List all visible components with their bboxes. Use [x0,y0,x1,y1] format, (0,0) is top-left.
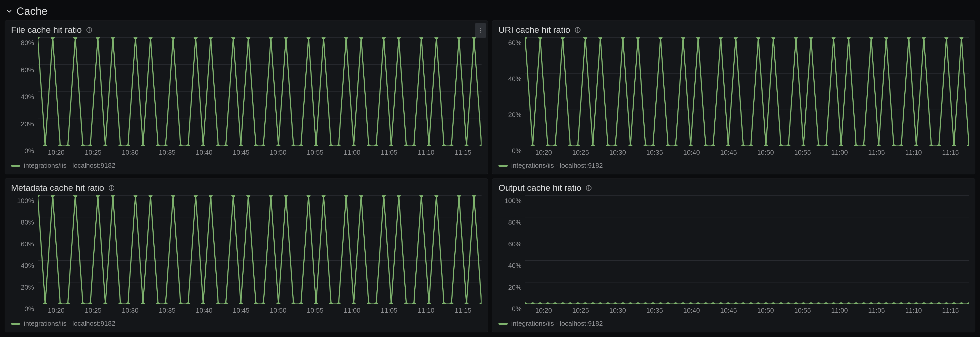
x-tick: 10:40 [186,307,223,315]
y-tick: 80% [498,218,522,226]
svg-point-134 [944,37,948,39]
y-tick: 60% [498,39,522,47]
legend-label: integrations/iis - localhost:9182 [511,161,603,169]
svg-point-15 [66,144,70,146]
svg-point-112 [779,144,783,146]
svg-point-82 [553,144,557,146]
panel-uri-cache[interactable]: URI cache hit ratio60%40%20%0%10:2010:25… [492,21,975,174]
x-tick: 10:20 [38,307,75,315]
y-axis: 60%40%20%0% [498,37,525,157]
svg-point-268 [914,302,918,304]
svg-point-41 [261,144,266,146]
x-tick: 11:05 [371,307,407,315]
svg-point-30 [179,144,183,146]
svg-point-183 [306,195,310,197]
y-tick: 40% [11,93,34,101]
svg-point-153 [81,302,85,304]
chart-legend[interactable]: integrations/iis - localhost:9182 [5,158,488,174]
svg-point-225 [591,302,595,304]
panel-output-cache[interactable]: Output cache hit ratio100%80%60%40%20%0%… [492,179,975,332]
x-tick: 10:20 [525,149,562,157]
x-tick: 11:15 [445,149,482,157]
x-tick: 10:45 [710,149,747,157]
svg-point-203 [457,195,461,197]
svg-point-101 [696,37,700,39]
svg-point-161 [141,302,145,304]
chart-legend[interactable]: integrations/iis - localhost:9182 [492,158,975,174]
x-tick: 10:55 [297,307,334,315]
panel-title: Metadata cache hit ratio [11,183,104,193]
svg-point-205 [472,195,476,197]
svg-point-226 [598,302,603,304]
panel-file-cache[interactable]: File cache hit ratio80%60%40%20%0%10:201… [5,21,488,174]
svg-point-150 [58,302,62,304]
x-tick: 11:05 [858,307,895,315]
svg-point-21 [111,37,115,39]
svg-point-177 [261,302,266,304]
svg-point-157 [111,195,115,197]
svg-point-270 [929,302,934,304]
chart-legend[interactable]: integrations/iis - localhost:9182 [5,316,488,332]
svg-point-163 [156,302,160,304]
svg-point-133 [937,144,941,146]
svg-point-231 [636,302,640,304]
svg-point-261 [862,302,865,304]
svg-point-220 [553,302,557,304]
y-tick: 0% [498,147,522,155]
y-tick: 20% [11,283,34,291]
y-tick: 20% [11,120,34,128]
y-tick: 0% [498,305,522,313]
svg-point-122 [854,144,858,146]
x-tick: 10:25 [75,149,111,157]
panel-metadata-cache[interactable]: Metadata cache hit ratio100%80%60%40%20%… [5,179,488,332]
svg-point-3 [480,28,481,30]
svg-point-171 [216,302,220,304]
chart-legend[interactable]: integrations/iis - localhost:9182 [492,316,975,332]
info-icon[interactable] [574,26,582,34]
info-icon[interactable] [85,26,93,34]
chart-plot[interactable] [525,37,969,146]
svg-point-262 [869,302,873,304]
chart-plot[interactable] [38,37,482,146]
y-tick: 0% [11,305,34,313]
legend-label: integrations/iis - localhost:9182 [511,320,603,328]
svg-point-246 [749,302,753,304]
svg-point-245 [741,302,745,304]
legend-swatch [11,165,20,167]
x-tick: 11:00 [821,149,858,157]
svg-point-51 [337,144,341,146]
svg-point-206 [479,302,482,304]
chart-plot[interactable] [38,195,482,304]
svg-point-137 [967,144,969,146]
svg-point-32 [194,37,198,39]
y-axis: 100%80%60%40%20%0% [498,195,525,315]
dashboard-row-header[interactable]: Cache [0,0,980,21]
y-tick: 40% [498,75,522,83]
y-tick: 80% [11,39,34,47]
svg-point-168 [194,195,198,197]
svg-point-109 [756,37,760,39]
svg-point-266 [899,302,903,304]
svg-point-46 [299,144,303,146]
x-tick: 10:50 [260,307,297,315]
y-tick: 0% [11,147,34,155]
chart-plot[interactable] [525,195,969,304]
svg-point-57 [382,37,386,39]
svg-point-18 [89,144,92,146]
svg-point-99 [681,37,685,39]
svg-point-44 [284,37,288,39]
svg-point-162 [148,195,153,197]
svg-point-45 [291,144,296,146]
svg-point-219 [546,302,550,304]
svg-point-238 [689,302,693,304]
info-icon[interactable] [585,184,593,192]
svg-point-169 [201,302,205,304]
info-icon[interactable] [108,184,115,192]
legend-swatch [11,323,20,325]
y-axis: 80%60%40%20%0% [11,37,38,157]
panel-menu-button[interactable] [476,23,486,38]
svg-point-28 [164,144,168,146]
x-tick: 10:50 [747,149,784,157]
svg-point-11 [38,37,40,39]
y-tick: 100% [11,197,34,205]
